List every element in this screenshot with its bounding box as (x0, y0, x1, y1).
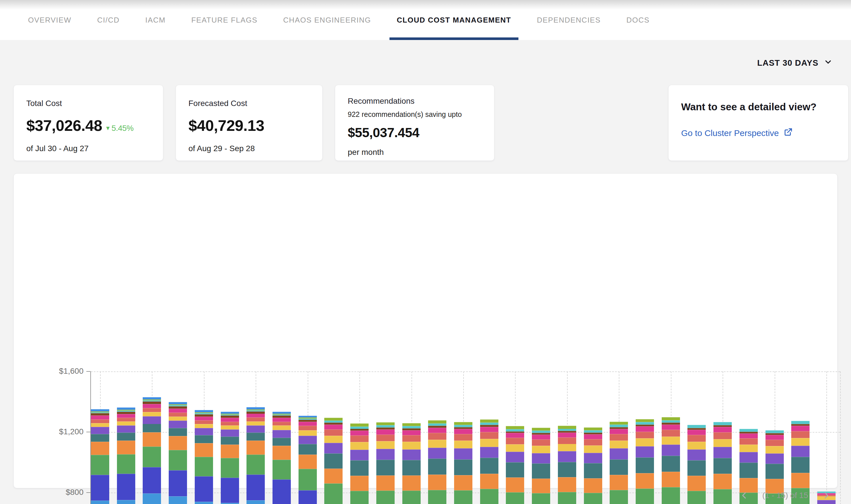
bar-segment-cluster-12[interactable] (221, 414, 239, 415)
bar-segment-cluster-6[interactable] (402, 449, 421, 460)
bar-segment-cluster-10[interactable] (428, 426, 446, 428)
bar-segment-cluster-9[interactable] (584, 434, 602, 439)
bar-segment-cluster-6[interactable] (480, 447, 499, 458)
bar-segment-cluster-7[interactable] (246, 421, 265, 426)
bar-segment-cluster-4[interactable] (688, 476, 706, 491)
bar-segment-cluster-9[interactable] (221, 418, 239, 422)
bar-segment-cluster-3[interactable] (376, 490, 395, 504)
bar-segment-cluster-12[interactable] (143, 399, 161, 400)
bar-segment-cluster-11[interactable] (636, 422, 654, 425)
bar-segment-cluster-11[interactable] (740, 429, 758, 432)
bar-segment-cluster-3[interactable] (195, 457, 213, 476)
bar-segment-cluster-3[interactable] (246, 454, 265, 474)
bar-segment-cluster-6[interactable] (350, 450, 369, 461)
bar-segment-cluster-5[interactable] (610, 460, 628, 475)
bar-segment-cluster-10[interactable] (610, 427, 628, 429)
bar-segment-cluster-8[interactable] (428, 433, 446, 440)
bar-segment-cluster-3[interactable] (610, 490, 628, 504)
bar-segment-cluster-5[interactable] (532, 464, 550, 479)
bar-segment-cluster-3[interactable] (169, 450, 187, 470)
bar-segment-cluster-8[interactable] (91, 419, 109, 423)
bar-segment-cluster-11[interactable] (791, 421, 810, 424)
bar-segment-cluster-8[interactable] (350, 435, 369, 442)
bar-segment-cluster-8[interactable] (558, 437, 576, 444)
bar-segment-cluster-6[interactable] (117, 426, 135, 433)
bar-segment-cluster-8[interactable] (584, 439, 602, 446)
bar-stack-2024-08-16[interactable] (532, 428, 550, 504)
bar-segment-cluster-5[interactable] (350, 460, 369, 476)
bar-segment-cluster-6[interactable] (195, 428, 213, 435)
bar-segment-cluster-6[interactable] (376, 449, 395, 460)
bar-segment-cluster-10[interactable] (480, 425, 499, 427)
bar-segment-cluster-11[interactable] (195, 413, 213, 414)
bar-segment-cluster-12[interactable] (350, 424, 369, 426)
bar-segment-cluster-4[interactable] (350, 476, 369, 491)
bar-stack-2024-07-31[interactable] (117, 408, 135, 504)
bar-stack-2024-08-09[interactable] (350, 424, 369, 504)
bar-segment-cluster-8[interactable] (662, 430, 680, 436)
bar-segment-cluster-5[interactable] (428, 458, 446, 474)
bar-segment-cluster-6[interactable] (298, 436, 317, 444)
bar-segment-cluster-9[interactable] (402, 430, 421, 435)
bar-segment-cluster-11[interactable] (454, 425, 472, 427)
bar-segment-cluster-4[interactable] (169, 436, 187, 450)
bar-segment-cluster-4[interactable] (558, 477, 576, 492)
bar-segment-cluster-3[interactable] (636, 489, 654, 504)
bar-segment-cluster-10[interactable] (506, 431, 524, 433)
bar-segment-cluster-8[interactable] (117, 418, 135, 421)
bar-segment-cluster-12[interactable] (195, 412, 213, 413)
bar-segment-cluster-9[interactable] (480, 427, 499, 432)
bar-segment-cluster-10[interactable] (221, 415, 239, 418)
bar-segment-cluster-13[interactable] (169, 402, 187, 404)
bar-segment-cluster-5[interactable] (221, 436, 239, 445)
bar-segment-cluster-6[interactable] (584, 453, 602, 464)
cluster-perspective-link[interactable]: Go to Cluster Perspective (681, 127, 836, 139)
bar-segment-cluster-12[interactable] (324, 418, 343, 420)
bar-segment-cluster-11[interactable] (688, 425, 706, 428)
bar-segment-cluster-9[interactable] (324, 425, 343, 429)
bar-segment-cluster-8[interactable] (169, 413, 187, 416)
bar-segment-cluster-10[interactable] (740, 432, 758, 433)
bar-segment-cluster-12[interactable] (506, 426, 524, 429)
bar-segment-cluster-11[interactable] (532, 431, 550, 433)
bar-segment-cluster-5[interactable] (636, 457, 654, 473)
bar-segment-cluster-5[interactable] (713, 458, 732, 474)
bar-segment-cluster-6[interactable] (169, 420, 187, 428)
bar-segment-cluster-7[interactable] (532, 446, 550, 453)
bar-segment-cluster-12[interactable] (273, 414, 291, 415)
bar-stack-2024-08-01[interactable] (143, 397, 161, 504)
bar-segment-cluster-10[interactable] (143, 401, 161, 404)
bar-segment-cluster-7[interactable] (402, 442, 421, 449)
bar-stack-2024-08-05[interactable] (246, 407, 265, 504)
bar-segment-cluster-8[interactable] (195, 420, 213, 424)
bar-segment-cluster-11[interactable] (169, 405, 187, 406)
bar-segment-cluster-12[interactable] (402, 423, 421, 426)
bar-segment-cluster-5[interactable] (273, 438, 291, 446)
bar-segment-cluster-11[interactable] (246, 410, 265, 411)
bar-segment-cluster-8[interactable] (246, 417, 265, 421)
bar-segment-cluster-3[interactable] (273, 460, 291, 480)
bar-segment-cluster-5[interactable] (324, 453, 343, 469)
bar-segment-cluster-10[interactable] (688, 428, 706, 430)
bar-segment-cluster-11[interactable] (558, 429, 576, 431)
bar-segment-cluster-4[interactable] (298, 454, 317, 469)
bar-segment-cluster-8[interactable] (532, 439, 550, 446)
bar-stack-2024-08-11[interactable] (402, 423, 421, 504)
bar-segment-cluster-4[interactable] (91, 442, 109, 455)
bar-segment-cluster-13[interactable] (117, 408, 135, 410)
bar-segment-cluster-12[interactable] (636, 419, 654, 422)
bar-segment-cluster-7[interactable] (376, 441, 395, 449)
bar-segment-cluster-11[interactable] (91, 412, 109, 413)
bar-segment-cluster-7[interactable] (91, 423, 109, 427)
bar-segment-cluster-5[interactable] (765, 464, 784, 479)
bar-segment-cluster-4[interactable] (791, 473, 810, 488)
bar-stack-2024-07-30[interactable] (91, 409, 109, 504)
bar-segment-cluster-7[interactable] (324, 436, 343, 443)
bar-segment-cluster-4[interactable] (117, 440, 135, 454)
bar-segment-cluster-4[interactable] (713, 474, 732, 489)
bar-segment-cluster-8[interactable] (765, 440, 784, 446)
bar-segment-cluster-8[interactable] (376, 435, 395, 441)
bar-segment-cluster-9[interactable] (143, 404, 161, 408)
bar-segment-cluster-11[interactable] (298, 418, 317, 420)
bar-segment-cluster-10[interactable] (273, 415, 291, 417)
